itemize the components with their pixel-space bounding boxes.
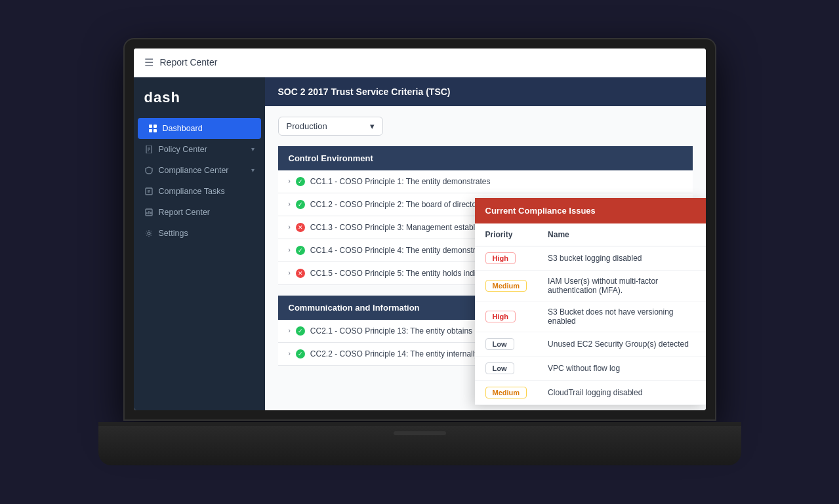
sidebar-nav: Dashboard Policy Ce [134,118,265,410]
issue-name: S3 bucket logging disabled [537,246,705,270]
svg-rect-2 [149,129,152,132]
top-header: ☰ Report Center [134,48,706,77]
issue-name: S3 Bucket does not have versioning enabl… [537,301,705,332]
sidebar-item-label: Policy Center [159,145,207,154]
status-fail-icon [296,223,305,232]
status-pass-icon [296,349,305,359]
sidebar-item-label: Settings [159,229,188,238]
priority-badge-medium: Medium [485,280,527,292]
tasks-icon [144,187,153,196]
sidebar-item-compliance-tasks[interactable]: Compliance Tasks [134,181,265,202]
control-text: CC1.3 - COSO Principle 3: Management est… [310,223,493,232]
sidebar-item-dashboard[interactable]: Dashboard [138,118,261,139]
issue-name: IAM User(s) without multi-factor authent… [537,270,705,301]
issue-name: VPC without flow log [537,356,705,380]
priority-badge-high: High [485,252,516,264]
control-item-cc1-1[interactable]: › CC1.1 - COSO Principle 1: The entity d… [278,170,693,193]
policy-icon [144,145,153,154]
chevron-right-icon: › [289,223,291,231]
control-text: CC1.4 - COSO Principle 4: The entity dem… [310,246,491,255]
shield-icon [144,166,153,175]
table-row: Medium IAM User(s) without multi-factor … [475,270,706,301]
svg-rect-3 [153,129,157,132]
table-row: Low VPC without flow log [475,356,706,380]
compliance-issues-header: Current Compliance Issues [475,198,706,223]
app-logo: dash [134,77,265,118]
header-title: Report Center [160,57,218,68]
chevron-down-icon: ▾ [370,121,375,131]
svg-rect-0 [149,125,152,128]
svg-point-15 [148,232,150,235]
control-text: CC1.2 - COSO Principle 2: The board of d… [310,200,489,209]
sidebar-item-label: Compliance Tasks [159,187,225,196]
status-pass-icon [296,177,305,186]
chevron-right-icon: › [289,269,291,277]
dropdown-value: Production [287,121,327,131]
control-text: CC1.1 - COSO Principle 1: The entity dem… [310,177,491,186]
table-row: Medium CloudTrail logging disabled [475,380,706,404]
sidebar-item-report-center[interactable]: Report Center [134,202,265,223]
control-text: CC2.2 - COSO Principle 14: The entity in… [310,349,489,359]
sidebar: dash Dashboard [134,77,265,410]
hamburger-icon[interactable]: ☰ [144,56,153,69]
table-row: Low Unused EC2 Security Group(s) detecte… [475,332,706,356]
main-content: SOC 2 2017 Trust Service Criteria (TSC) … [265,77,706,410]
priority-badge-low: Low [485,362,514,374]
sidebar-item-label: Report Center [159,208,211,217]
table-row: High S3 Bucket does not have versioning … [475,301,706,332]
col-priority: Priority [475,223,538,246]
sidebar-item-label: Dashboard [163,124,203,133]
chevron-down-icon: ▾ [251,145,255,153]
page-title: SOC 2 2017 Trust Service Criteria (TSC) [278,87,451,97]
control-environment-header: Control Environment [278,146,693,170]
sidebar-item-settings[interactable]: Settings [134,223,265,244]
laptop-base [98,426,741,465]
control-text: CC2.1 - COSO Principle 13: The entity ob… [310,326,493,336]
status-pass-icon [296,246,305,255]
table-row: High S3 bucket logging disabled [475,246,706,270]
priority-badge-low: Low [485,338,514,350]
content-area: Production ▾ Control Environment › [265,106,706,376]
dashboard-icon [148,124,157,133]
gear-icon [144,229,153,238]
priority-badge-high: High [485,311,516,322]
control-text: CC1.5 - COSO Principle 5: The entity hol… [310,269,491,278]
svg-rect-1 [153,125,157,128]
environment-dropdown[interactable]: Production ▾ [278,117,383,136]
status-fail-icon [296,269,305,278]
issue-name: Unused EC2 Security Group(s) detected [537,332,705,356]
issue-name: CloudTrail logging disabled [537,380,705,404]
chevron-right-icon: › [289,246,291,254]
chevron-right-icon: › [289,327,291,334]
status-pass-icon [296,326,305,336]
priority-badge-medium: Medium [485,387,527,398]
col-name: Name [537,223,705,246]
page-header: SOC 2 2017 Trust Service Criteria (TSC) [265,77,706,106]
sidebar-item-compliance-center[interactable]: Compliance Center ▾ [134,160,265,181]
report-icon [144,208,153,217]
chevron-right-icon: › [289,201,291,208]
chevron-down-icon: ▾ [251,166,255,174]
compliance-issues-panel: Current Compliance Issues Priority Name [475,198,706,405]
svg-rect-8 [146,188,152,195]
chevron-right-icon: › [289,178,291,185]
chevron-right-icon: › [289,350,291,357]
app-container: dash Dashboard [134,77,706,410]
status-pass-icon [296,200,305,209]
sidebar-item-label: Compliance Center [159,166,229,175]
sidebar-item-policy-center[interactable]: Policy Center ▾ [134,139,265,160]
compliance-issues-table: Priority Name High S3 bucket logging dis… [475,223,706,405]
